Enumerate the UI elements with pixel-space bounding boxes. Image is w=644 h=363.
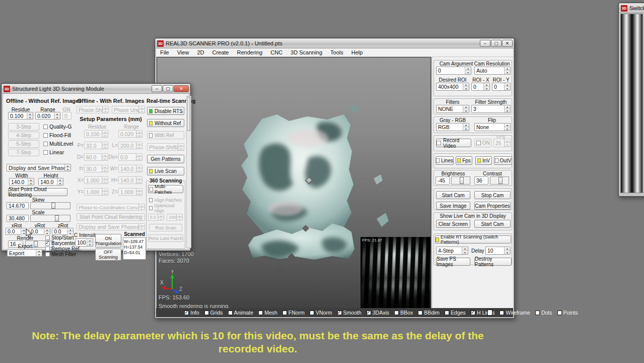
cam-properties-button[interactable]: Cam Properties: [474, 202, 511, 210]
without-ref-button[interactable]: Without Ref: [147, 119, 184, 127]
dialog-scrollbar[interactable]: [186, 96, 191, 248]
menu-item[interactable]: Tools: [326, 49, 347, 55]
display-toggle[interactable]: 3DAxis: [367, 310, 389, 316]
destroy-patterns-button[interactable]: Destroy Patterns: [474, 258, 512, 266]
desired-roi-dropdown[interactable]: 400x400▲▼: [436, 83, 469, 91]
main-titlebar[interactable]: 3D REAL3D SCANNER PRO (v2.0.1) - Untitle…: [156, 39, 514, 48]
viewport-3d[interactable]: Vertices: 1700 Faces: 3070 FPS: 153.60 S…: [157, 57, 431, 309]
menu-item[interactable]: Help: [347, 49, 367, 55]
phase-shifting-dropdown[interactable]: Phase-Shifting▲▼: [147, 143, 184, 151]
display-toggle[interactable]: Dots: [535, 310, 552, 316]
switching-titlebar[interactable]: 3D Switching: [619, 4, 644, 13]
display-toggle[interactable]: Mesh: [258, 310, 277, 316]
param-spinner[interactable]: 140.0▲▼: [118, 165, 142, 172]
live-scan-button[interactable]: Live Scan: [147, 167, 184, 175]
display-toggle[interactable]: FNorm: [282, 310, 305, 316]
skew-value[interactable]: 14.670: [7, 202, 29, 209]
gray-rgb-dropdown[interactable]: RGB▲▼: [436, 123, 469, 131]
display-toggle[interactable]: BBox: [394, 310, 413, 316]
start-point-cloud-button-2[interactable]: Start Point Cloud Rendering: [77, 213, 145, 221]
zrot-spinner[interactable]: 0.0▲▼: [52, 228, 74, 235]
cam-resolution-dropdown[interactable]: Auto▲▼: [474, 67, 511, 75]
gen-patterns-button[interactable]: Gen Patterns: [147, 155, 184, 163]
display-toggle[interactable]: Edges: [445, 310, 466, 316]
record-video-button[interactable]: Record Video: [436, 139, 471, 147]
run-scan-button[interactable]: Run Scan: [149, 224, 182, 231]
param-spinner[interactable]: 0.020▲▼: [118, 130, 142, 138]
display-toggle[interactable]: Wireframe: [499, 310, 530, 316]
dialog-close-button[interactable]: ✕: [174, 85, 189, 92]
multi-patches-button[interactable]: Multi-Patches: [148, 185, 183, 193]
phase-unwrap-dropdown[interactable]: Phase Unwr▲▼: [112, 106, 145, 113]
residue-spinner[interactable]: 0.100▲▼: [8, 112, 33, 119]
flip-dropdown[interactable]: None▲▼: [474, 123, 511, 131]
phase-to-coordinates-dropdown[interactable]: Phase-to-Coordinates Conv. A▲▼: [77, 204, 145, 211]
disable-rts-button[interactable]: Disable RTS: [147, 107, 184, 115]
statusbar-input[interactable]: [487, 310, 492, 316]
phases-dropdown-2[interactable]: Display and Save Phases▲▼: [77, 223, 145, 230]
skew-slider[interactable]: [30, 202, 70, 209]
display-toggle[interactable]: BBdim: [418, 310, 440, 316]
fps-toggle[interactable]: Fps: [456, 156, 472, 165]
width-spinner[interactable]: 140.0▲▼: [9, 178, 34, 186]
minimize-button[interactable]: –: [480, 40, 490, 47]
start-point-cloud-button[interactable]: Start Point Cloud Rendering: [8, 188, 67, 196]
filters-dropdown[interactable]: NONE▲▼: [436, 105, 469, 113]
scrollbar-thumb[interactable]: [187, 97, 190, 131]
dialog-maximize-button[interactable]: ▢: [163, 85, 173, 92]
phases-dropdown[interactable]: Display and Save Phases▲▼: [7, 164, 71, 171]
display-toggle[interactable]: Animate: [228, 310, 254, 316]
feature-checkbox[interactable]: MultiLevel: [43, 141, 73, 147]
menu-item[interactable]: CNC: [266, 49, 287, 55]
xrot-spinner[interactable]: 0.0▲▼: [6, 228, 27, 235]
scale-slider[interactable]: [30, 215, 70, 222]
param-spinner[interactable]: 32.0▲▼: [84, 142, 108, 149]
step-mode-dropdown[interactable]: 4-Step▲▼: [436, 247, 468, 255]
clear-screen-button[interactable]: Clear Screen: [436, 220, 470, 228]
render-option-checkbox[interactable]: Mesh Filter: [45, 252, 81, 257]
contrast-slider[interactable]: [490, 176, 509, 185]
param-spinner[interactable]: 1.000▲▼: [84, 176, 108, 184]
render-option-checkbox[interactable]: Remove Ref.: [45, 246, 81, 252]
with-ref-button[interactable]: With Ref: [147, 131, 184, 139]
menu-item[interactable]: Rendering: [233, 49, 266, 55]
brightness-value[interactable]: -45: [436, 176, 450, 185]
cam-argument-spinner[interactable]: 0▲▼: [436, 67, 471, 75]
save-image-button[interactable]: Save Image: [436, 202, 470, 210]
save-ps-images-button[interactable]: Save PS Images: [436, 258, 470, 266]
menu-item[interactable]: 2D: [193, 49, 208, 55]
filter-strength-spinner[interactable]: 3▲▼: [471, 105, 511, 113]
param-spinner[interactable]: 1.000▲▼: [118, 188, 142, 196]
display-toggle[interactable]: Grids: [204, 310, 223, 316]
roi-y-spinner[interactable]: 0▲▼: [492, 83, 511, 91]
outv-toggle[interactable]: OutV: [494, 156, 512, 165]
scan-count-spinner[interactable]: 100▲▼: [167, 214, 183, 221]
range-spinner[interactable]: 0.020▲▼: [35, 112, 60, 119]
roi-x-spinner[interactable]: 0▲▼: [471, 83, 490, 91]
optimized-align-button[interactable]: Optimized Align: [148, 205, 183, 211]
display-toggle[interactable]: Smooth: [337, 310, 362, 316]
phase-shift-dropdown[interactable]: Phase-Shift▲▼: [77, 106, 109, 113]
dialog-minimize-button[interactable]: –: [152, 85, 162, 92]
display-toggle[interactable]: Info: [184, 310, 199, 316]
menu-item[interactable]: View: [173, 49, 193, 55]
menu-item[interactable]: File: [156, 49, 173, 55]
close-button[interactable]: ✕: [502, 40, 513, 47]
param-spinner[interactable]: 30.0▲▼: [84, 165, 108, 172]
scale-value[interactable]: 30.480: [7, 215, 29, 222]
align-patches-button[interactable]: Align Patches: [148, 197, 183, 203]
param-spinner[interactable]: 140.0▲▼: [118, 176, 142, 184]
feature-checkbox[interactable]: Flood-Fill: [43, 132, 73, 138]
maximize-button[interactable]: ▢: [491, 40, 502, 47]
dialog-titlebar[interactable]: 3D Structured Light 3D Scanning Module –…: [2, 84, 190, 94]
step-button[interactable]: 5-Step: [8, 140, 39, 148]
display-toggle[interactable]: Points: [557, 310, 578, 316]
param-spinner[interactable]: 60.0▲▼: [84, 153, 108, 161]
c-intensity-spinner[interactable]: 100▲▼: [75, 238, 93, 247]
start-cam-3d-button[interactable]: Start Cam: [474, 220, 511, 228]
height-spinner[interactable]: 140.0▲▼: [38, 178, 63, 186]
step-button[interactable]: 3-Step: [8, 123, 39, 131]
lines-toggle[interactable]: Lines: [436, 156, 454, 165]
on-triangulation-button[interactable]: ONTriangulation: [95, 234, 121, 248]
step-button[interactable]: 4-Step: [8, 132, 39, 139]
